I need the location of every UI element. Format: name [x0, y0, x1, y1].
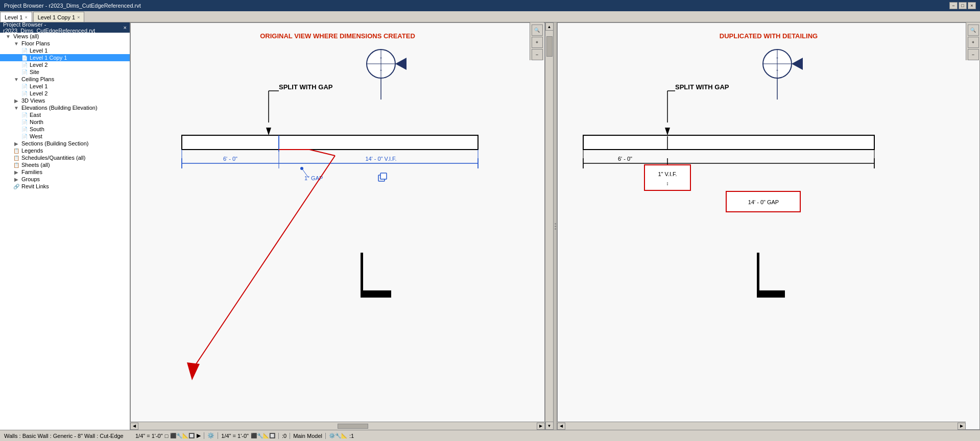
status-scale-left: 1/4" = 1'-0" □ ⬛🔧📐🔲 ▶: [132, 432, 204, 439]
zoom-label: ⚙️🔧📐: [329, 433, 347, 438]
sidebar-item-level1[interactable]: 📄 Level 1: [0, 47, 130, 54]
split-with-gap-right: SPLIT WITH GAP: [675, 83, 729, 91]
status-center: ⚙️: [204, 432, 218, 439]
sidebar-item-west[interactable]: 📄 West: [0, 133, 130, 140]
minimize-button[interactable]: −: [949, 2, 958, 9]
divider-dot: [555, 223, 556, 225]
tab-level1-label: Level 1: [5, 14, 22, 20]
expand-icon[interactable]: ▶: [12, 141, 20, 146]
maximize-button[interactable]: □: [959, 2, 967, 9]
panel-divider[interactable]: [553, 22, 557, 430]
divider-dot: [555, 226, 556, 227]
scroll-track: [546, 31, 553, 421]
sidebar-item-label: Elevations (Building Elevation): [20, 105, 98, 111]
sidebar-item-label: 3D Views: [20, 97, 45, 104]
doc-icon: 📄: [20, 48, 29, 54]
left-panel-vscrollbar[interactable]: ▲ ▼: [545, 22, 553, 430]
right-view-label: DUPLICATED WITH DETAILING: [720, 32, 818, 40]
expand-icon[interactable]: ▼: [12, 41, 20, 46]
left-panel-wrapper: ORIGINAL VIEW WHERE DIMENSIONS CREATED -…: [130, 22, 553, 430]
sidebar-item-site[interactable]: 📄 Site: [0, 68, 130, 76]
tab-level1copy1[interactable]: Level 1 Copy 1 ×: [33, 12, 85, 22]
sidebar-item-ceiling-level2[interactable]: 📄 Level 2: [0, 90, 130, 97]
zoom-in-button[interactable]: +: [532, 37, 543, 48]
sidebar-item-schedules[interactable]: 📋 Schedules/Quantities (all): [0, 154, 130, 161]
expand-icon[interactable]: ▼: [4, 34, 12, 39]
sidebar-item-south[interactable]: 📄 South: [0, 126, 130, 133]
status-zoom: ⚙️🔧📐 :1: [326, 433, 357, 439]
scroll-right-button[interactable]: ▶: [537, 423, 545, 430]
doc-icon: 📄: [20, 62, 29, 68]
sidebar-item-east[interactable]: 📄 East: [0, 111, 130, 118]
left-view-panel[interactable]: ORIGINAL VIEW WHERE DIMENSIONS CREATED -…: [130, 22, 545, 430]
sidebar-item-revit-links[interactable]: 🔗 Revit Links: [0, 183, 130, 190]
left-panel-toolbar: 🔍 + −: [530, 22, 544, 60]
expand-icon[interactable]: ▼: [12, 77, 20, 82]
zoom-out-button-right[interactable]: −: [968, 49, 979, 60]
sidebar-item-level1copy1[interactable]: 📄 Level 1 Copy 1: [0, 54, 130, 61]
floor-horiz-left: [361, 290, 391, 298]
dim-text-14ft: 14' - 0" V.I.F.: [365, 156, 396, 162]
sidebar-item-ceiling-level1[interactable]: 📄 Level 1: [0, 83, 130, 90]
svg-marker-3: [395, 58, 407, 70]
status-bar: Walls : Basic Wall : Generic - 8" Wall :…: [0, 430, 980, 441]
expand-icon[interactable]: ▶: [12, 177, 20, 182]
close-button[interactable]: ×: [968, 2, 976, 9]
sidebar-item-ceiling-plans[interactable]: ▼ Ceiling Plans: [0, 76, 130, 83]
scroll-up-button[interactable]: ▲: [545, 22, 554, 31]
sidebar-item-label: Site: [29, 69, 39, 75]
scroll-down-button[interactable]: ▼: [545, 422, 554, 430]
sidebar-item-label: Level 1 Copy 1: [29, 55, 67, 61]
sidebar-item-north[interactable]: 📄 North: [0, 118, 130, 126]
zoom-button-right[interactable]: 🔍: [968, 24, 979, 36]
legend-icon: 📋: [12, 148, 20, 154]
right-view-panel[interactable]: DUPLICATED WITH DETAILING - - S: [557, 22, 980, 430]
zoom-button[interactable]: 🔍: [532, 24, 543, 36]
right-panel-hscrollbar[interactable]: ◀ ▶: [557, 422, 966, 430]
zoom-in-button-right[interactable]: +: [968, 37, 979, 48]
left-panel-hscrollbar[interactable]: ◀ ▶: [130, 422, 545, 430]
scroll-left-button[interactable]: ◀: [130, 423, 138, 430]
left-drawing-canvas: ORIGINAL VIEW WHERE DIMENSIONS CREATED -…: [131, 23, 544, 429]
svg-text:-: -: [776, 66, 778, 74]
discipline-label: :0: [282, 433, 286, 439]
sidebar-item-floor-plans[interactable]: ▼ Floor Plans: [0, 40, 130, 47]
wall-rect-right: [583, 135, 874, 150]
sidebar-item-groups[interactable]: ▶ Groups: [0, 176, 130, 183]
tab-level1copy1-close[interactable]: ×: [77, 15, 80, 20]
sidebar-item-label: Ceiling Plans: [20, 76, 54, 82]
scroll-left-right-button[interactable]: ◀: [557, 423, 565, 430]
status-discipline: :0: [279, 433, 290, 439]
doc-icon: 📄: [20, 69, 29, 75]
sidebar-item-sheets[interactable]: 📋 Sheets (all): [0, 161, 130, 168]
scroll-right-right-button[interactable]: ▶: [958, 423, 966, 430]
expand-icon[interactable]: ▶: [12, 169, 20, 175]
expand-icon[interactable]: ▼: [12, 105, 20, 111]
tab-level1-close[interactable]: ×: [25, 15, 27, 20]
svg-text:-: -: [776, 54, 778, 61]
scroll-thumb[interactable]: [546, 36, 553, 57]
split-with-gap-left: SPLIT WITH GAP: [279, 83, 333, 91]
status-wall-info: Walls : Basic Wall : Generic - 8" Wall :…: [2, 433, 132, 439]
compass-right: - -: [763, 50, 803, 100]
title-bar: Project Browser - r2023_Dims_CutEdgeRefe…: [0, 0, 980, 11]
svg-text:-: -: [380, 54, 382, 61]
sidebar-item-label: South: [29, 126, 44, 132]
sidebar-item-3d-views[interactable]: ▶ 3D Views: [0, 97, 130, 104]
expand-icon[interactable]: ▶: [12, 98, 20, 104]
sidebar-item-views-all[interactable]: ▼ Views (all): [0, 33, 130, 40]
tab-level1[interactable]: Level 1 ×: [0, 12, 32, 22]
zoom-out-button[interactable]: −: [532, 49, 543, 60]
sidebar-item-families[interactable]: ▶ Families: [0, 168, 130, 176]
hscroll-thumb[interactable]: [338, 424, 368, 429]
sidebar-item-sections[interactable]: ▶ Sections (Building Section): [0, 140, 130, 147]
sidebar-close-icon[interactable]: ×: [124, 24, 127, 31]
sidebar-item-elevations[interactable]: ▼ Elevations (Building Elevation): [0, 104, 130, 111]
model-label: Main Model: [293, 433, 322, 439]
right-drawing-canvas: DUPLICATED WITH DETAILING - - S: [558, 23, 979, 429]
dim-tick-mark: ↕: [666, 181, 669, 186]
detail-level-left: ▶: [197, 432, 201, 439]
sidebar-item-label: Views (all): [12, 33, 39, 39]
sidebar-item-level2[interactable]: 📄 Level 2: [0, 61, 130, 68]
sidebar-item-legends[interactable]: 📋 Legends: [0, 147, 130, 154]
